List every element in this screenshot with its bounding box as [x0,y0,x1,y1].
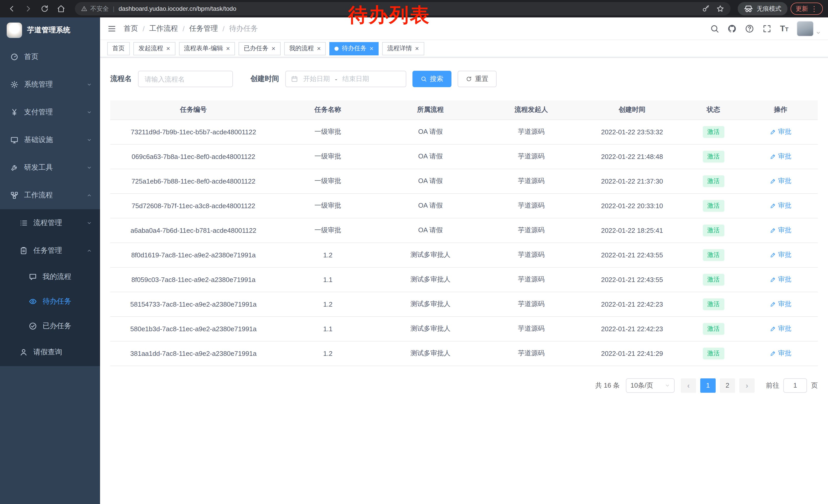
breadcrumb-item[interactable]: 工作流程 [149,24,178,33]
cell-task-name: 1.2 [277,242,379,267]
sidebar-item-workflow[interactable]: 工作流程 [0,182,100,209]
approve-link[interactable]: 审批 [770,250,791,260]
approve-link[interactable]: 审批 [770,275,791,284]
browser-reload-button[interactable] [38,2,51,15]
url-text: dashboard.yudao.iocoder.cn/bpm/task/todo [119,5,236,12]
cell-created: 2022-01-21 22:42:23 [581,292,683,316]
browser-forward-button[interactable] [22,2,35,15]
prev-page-button[interactable]: ‹ [681,378,696,393]
sidebar-item-done-task[interactable]: 已办任务 [0,314,100,338]
pagination-total: 共 16 条 [595,381,620,390]
approve-link[interactable]: 审批 [770,152,791,161]
cell-created: 2022-01-21 22:41:29 [581,341,683,366]
sidebar-menu: 首页系统管理支付管理基础设施研发工具工作流程流程管理任务管理我的流程待办任务已办… [0,43,100,504]
sidebar-item-devtools[interactable]: 研发工具 [0,154,100,182]
omnibox-divider: | [113,5,114,12]
page-size-select[interactable]: 10条/页 [626,378,675,393]
search-button[interactable]: 搜索 [412,71,451,87]
sidebar-item-todo-task[interactable]: 待办任务 [0,289,100,314]
breadcrumb-item[interactable]: 首页 [124,24,138,33]
address-bar[interactable]: 不安全 | dashboard.yudao.iocoder.cn/bpm/tas… [75,2,731,15]
next-icon: › [746,381,748,390]
tab-label: 我的流程 [289,44,314,53]
bookmark-star-icon[interactable] [716,5,724,13]
close-icon[interactable]: × [272,45,275,52]
process-name-input[interactable] [138,71,233,87]
cell-initiator: 芋道源码 [482,267,581,292]
browser-back-button[interactable] [5,2,18,15]
approve-label: 审批 [778,176,791,186]
close-icon[interactable]: × [370,45,373,52]
cell-action: 审批 [743,144,818,169]
cell-action: 审批 [743,316,818,341]
menu-label: 请假查询 [33,348,62,357]
column-header: 流程发起人 [482,100,581,120]
sidebar-item-my-process[interactable]: 我的流程 [0,265,100,289]
reset-button[interactable]: 重置 [458,71,497,87]
eye-icon [29,297,37,306]
close-icon[interactable]: × [317,45,321,52]
browser-home-button[interactable] [54,2,68,15]
sidebar-item-system[interactable]: 系统管理 [0,71,100,98]
status-badge: 激活 [703,150,724,162]
menu-label: 基础设施 [24,135,53,145]
tab-item-6[interactable]: 流程详情× [382,42,424,55]
tab-item-1[interactable]: 发起流程× [133,42,175,55]
menu-label: 首页 [24,52,38,61]
breadcrumb-item[interactable]: 任务管理 [189,24,218,33]
browser-menu-icon[interactable]: ⋮ [811,5,818,12]
fullscreen-icon[interactable] [762,24,772,33]
password-key-icon[interactable] [702,5,710,13]
tab-item-2[interactable]: 流程表单-编辑× [179,42,235,55]
tab-item-4[interactable]: 我的流程× [284,42,326,55]
close-icon[interactable]: × [226,45,230,52]
github-icon[interactable] [728,24,737,33]
sidebar-item-home[interactable]: 首页 [0,43,100,71]
goto-page-input[interactable] [783,378,807,393]
next-page-button[interactable]: › [739,378,755,393]
close-icon[interactable]: × [415,45,419,52]
reset-button-label: 重置 [475,74,488,84]
security-chip[interactable]: 不安全 [81,4,109,13]
search-icon[interactable] [710,24,719,33]
cell-created: 2022-01-22 18:25:41 [581,218,683,242]
gear-icon [10,81,18,89]
tab-item-0[interactable]: 首页 [107,42,130,55]
cell-action: 审批 [743,218,818,242]
approve-link[interactable]: 审批 [770,349,791,358]
column-header: 操作 [743,100,818,120]
browser-update-button[interactable]: 更新 ⋮ [791,3,823,15]
tab-item-5[interactable]: 待办任务× [330,42,379,55]
table-row: 725a1eb6-7b88-11ec-8ef0-acde48001122一级审批… [110,169,818,193]
edit-icon [770,301,776,307]
edit-icon [770,326,776,332]
sidebar-item-leave-query[interactable]: 请假查询 [0,338,100,366]
approve-link[interactable]: 审批 [770,324,791,333]
approve-link[interactable]: 审批 [770,201,791,210]
approve-link[interactable]: 审批 [770,226,791,235]
sidebar-item-payment[interactable]: 支付管理 [0,98,100,126]
cell-task-name: 一级审批 [277,144,379,169]
cell-created: 2022-01-22 20:33:10 [581,193,683,218]
back-icon [8,5,16,13]
sidebar-item-infra[interactable]: 基础设施 [0,126,100,154]
close-icon[interactable]: × [166,45,170,52]
sidebar-item-task-mgmt[interactable]: 任务管理 [0,237,100,265]
approve-link[interactable]: 审批 [770,176,791,186]
date-range-picker[interactable]: 开始日期 - 结束日期 [285,71,406,87]
approve-link[interactable]: 审批 [770,127,791,136]
font-size-icon[interactable]: TT [780,25,788,33]
edit-icon [770,202,776,209]
user-menu[interactable] [797,21,821,36]
help-icon[interactable] [745,24,754,33]
app-logo-row[interactable]: 芋道管理系统 [0,17,100,43]
page-button-2[interactable]: 2 [720,378,735,393]
sidebar-item-process-mgmt[interactable]: 流程管理 [0,209,100,237]
approve-link[interactable]: 审批 [770,300,791,309]
page-button-1[interactable]: 1 [700,378,716,393]
cell-task-name: 1.2 [277,341,379,366]
tab-item-3[interactable]: 已办任务× [239,42,280,55]
sidebar-toggle-button[interactable] [100,17,124,40]
cell-task-id: 069c6a63-7b8a-11ec-8ef0-acde48001122 [110,144,277,169]
task-table: 任务编号任务名称所属流程流程发起人创建时间状态操作 73211d9d-7b9b-… [110,100,818,366]
